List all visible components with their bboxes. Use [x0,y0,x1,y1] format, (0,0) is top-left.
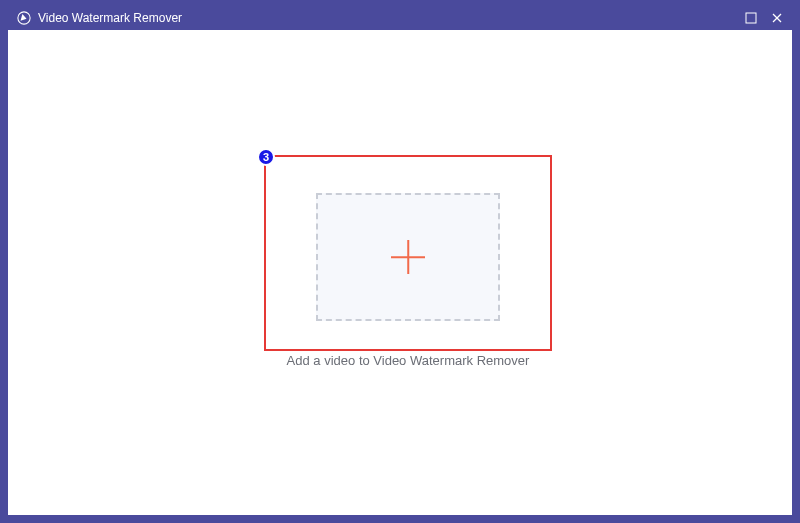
svg-rect-1 [746,13,756,23]
content-area: 3 Add a video to Video Watermark Remover [8,30,792,515]
dropzone-caption: Add a video to Video Watermark Remover [264,353,552,368]
app-logo-icon [16,10,32,26]
close-icon [771,12,783,24]
plus-icon [391,240,425,274]
close-button[interactable] [770,11,784,25]
window-title: Video Watermark Remover [38,11,744,25]
tutorial-highlight: 3 [264,155,552,351]
video-dropzone[interactable] [316,193,500,321]
app-window: Video Watermark Remover 3 Add a video to… [0,0,800,523]
titlebar: Video Watermark Remover [8,6,792,30]
step-badge: 3 [257,148,275,166]
window-controls [744,11,784,25]
minimize-icon [745,12,757,24]
minimize-button[interactable] [744,11,758,25]
